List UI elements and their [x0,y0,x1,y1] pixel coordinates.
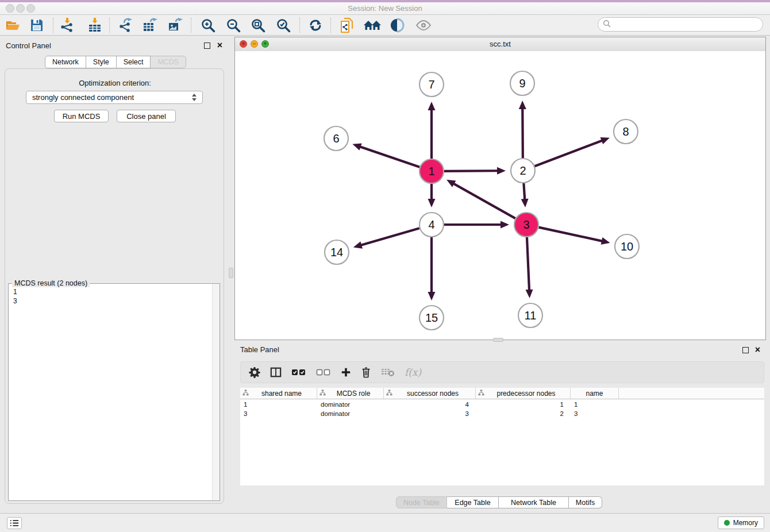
graph-edge-2-3[interactable] [521,183,529,207]
graph-edge-1-7[interactable] [428,102,436,159]
graph-node-10[interactable]: 10 [615,234,639,259]
delete-columns-icon[interactable] [361,367,371,378]
table-row[interactable]: 1dominator411 [240,400,764,409]
column-header-mcds-role[interactable]: MCDS role [317,388,384,399]
export-image-icon[interactable] [167,17,184,34]
graph-node-1[interactable]: 1 [419,159,444,183]
graph-node-6[interactable]: 6 [324,126,348,151]
graph-node-4[interactable]: 4 [419,213,444,237]
graph-node-11[interactable]: 11 [518,303,542,327]
search-box[interactable] [598,17,763,32]
list-icon [10,519,19,527]
close-table-panel-icon[interactable]: × [755,345,760,354]
run-mcds-button[interactable]: Run MCDS [54,110,109,122]
float-table-panel-icon[interactable] [742,347,749,353]
apply-style-icon[interactable] [389,17,406,34]
table-cell[interactable]: 2 [476,410,571,417]
column-header-filler [619,388,764,399]
tab-network-table[interactable]: Network Table [499,496,569,508]
select-all-columns-icon[interactable] [291,368,306,376]
column-header-predecessor-nodes[interactable]: predecessor nodes [476,388,571,399]
tab-motifs[interactable]: Motifs [569,496,602,508]
graph-edge-3-11[interactable] [526,237,533,298]
column-header-successor-nodes[interactable]: successor nodes [384,388,476,399]
graph-node-15[interactable]: 15 [419,306,444,330]
search-input[interactable] [614,20,758,29]
graph-edge-1-6[interactable] [352,143,419,167]
graph-edge-1-2[interactable] [444,167,506,175]
import-table-icon[interactable] [86,17,103,34]
table-row[interactable]: 3dominator323 [240,409,764,418]
function-builder-icon[interactable]: f(x) [405,367,421,378]
graph-edge-4-14[interactable] [353,228,419,249]
tab-select[interactable]: Select [117,56,151,68]
graph-edge-2-9[interactable] [519,101,526,158]
delete-table-icon[interactable] [381,368,395,377]
close-panel-icon[interactable]: × [217,41,222,50]
zoom-selected-icon[interactable] [275,17,292,34]
hide-panels-icon[interactable] [364,17,381,34]
control-panel-title: Control Panel [6,41,51,50]
table-cell[interactable]: 1 [476,401,571,408]
save-session-icon[interactable] [28,17,45,34]
show-graphics-details-icon[interactable] [415,17,432,34]
table-cell[interactable]: 1 [240,401,317,408]
task-history-button[interactable] [7,517,22,529]
table-cell[interactable]: 1 [571,401,619,408]
zoom-out-icon[interactable] [225,17,242,34]
clone-network-icon[interactable] [338,17,356,34]
table-cell[interactable]: dominator [317,410,384,417]
graph-node-9[interactable]: 9 [510,71,534,95]
zoom-in-icon[interactable] [199,17,217,34]
vertical-splitter-handle[interactable] [229,268,233,278]
show-columns-icon[interactable] [270,367,282,378]
import-network-icon[interactable] [59,17,76,34]
tab-edge-table[interactable]: Edge Table [447,496,499,508]
graph-edge-4-15[interactable] [428,237,436,300]
scrollbar[interactable] [212,284,220,500]
graph-node-3[interactable]: 3 [514,213,538,237]
graph-node-2[interactable]: 2 [511,159,535,183]
apply-layout-icon[interactable] [307,17,324,34]
graph-node-7[interactable]: 7 [419,72,444,97]
tree-icon [242,390,249,398]
tab-node-table[interactable]: Node Table [396,496,447,508]
graph-edge-4-3[interactable] [444,221,509,229]
table-cell[interactable]: 4 [384,401,476,408]
table-cell[interactable]: 3 [571,410,619,417]
mcds-result-list[interactable]: 13 [13,287,17,306]
graph-edge-2-8[interactable] [535,137,610,166]
svg-text:2: 2 [519,164,526,177]
network-canvas[interactable]: 7968124314101511 [235,51,765,340]
float-panel-icon[interactable] [204,43,210,49]
graph-edge-3-1[interactable] [446,180,515,218]
unselect-all-columns-icon[interactable] [316,368,331,376]
network-graph[interactable]: 7968124314101511 [235,51,765,340]
tab-network[interactable]: Network [45,56,86,68]
graph-edge-3-10[interactable] [538,228,610,245]
tree-icon [386,390,392,398]
zoom-fit-icon[interactable] [249,17,267,34]
table-settings-icon[interactable] [249,367,260,378]
export-table-icon[interactable] [141,17,159,34]
graph-edge-1-4[interactable] [428,184,436,207]
table-panel-title: Table Panel [240,345,279,354]
table-cell[interactable]: dominator [317,401,384,408]
tab-style[interactable]: Style [86,56,117,68]
column-header-name[interactable]: name [571,388,619,399]
tab-mcds[interactable]: MCDS [151,56,186,68]
open-file-icon[interactable] [4,17,21,34]
export-network-icon[interactable] [117,17,134,34]
add-column-icon[interactable] [341,367,351,377]
close-panel-button[interactable]: Close panel [117,110,176,122]
mcds-result-item[interactable]: 3 [13,296,17,306]
column-header-shared-name[interactable]: shared name [240,388,317,399]
table-cell[interactable]: 3 [240,410,317,417]
mcds-result-item[interactable]: 1 [13,287,17,296]
table-cell[interactable]: 3 [384,410,476,417]
graph-node-8[interactable]: 8 [614,119,638,144]
graph-node-14[interactable]: 14 [325,240,349,264]
criterion-dropdown[interactable]: strongly connected component [26,91,203,104]
memory-button[interactable]: Memory [718,516,764,529]
horizontal-splitter-handle[interactable] [493,338,503,342]
